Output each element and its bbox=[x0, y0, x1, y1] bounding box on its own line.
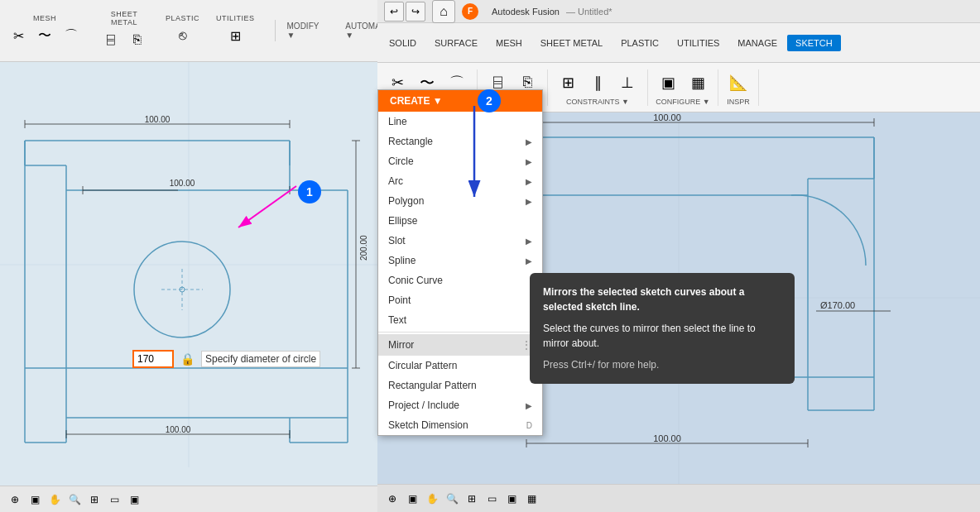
create-dropdown-menu: CREATE ▼ Line Rectangle ▶ Circle ▶ Arc ▶… bbox=[377, 89, 543, 436]
inspect-label: INSPR bbox=[727, 98, 750, 106]
bend-icon[interactable]: ⌸ bbox=[99, 28, 122, 51]
configure-label: CONFIGURE ▼ bbox=[656, 98, 709, 106]
menu-rectangular-pattern[interactable]: Rectangular Pattern bbox=[378, 376, 542, 395]
left-panel: MESH ✂ 〜 ⌒ SHEET METAL ⌸ ⎘ PLASTIC ⎋ UTI… bbox=[0, 0, 377, 512]
tab-solid[interactable]: SOLID bbox=[381, 35, 425, 51]
display-icon[interactable]: ▦ bbox=[523, 490, 540, 507]
utilities-section: UTILITIES ⊞ bbox=[216, 14, 255, 47]
zoom-icon[interactable]: 🔍 bbox=[66, 491, 83, 508]
pan-icon-f[interactable]: ✋ bbox=[424, 490, 440, 507]
menu-circular-pattern[interactable]: Circular Pattern bbox=[378, 356, 542, 376]
tooltip-body: Select the curves to mirror then select … bbox=[543, 321, 781, 351]
fit-icon[interactable]: ⊞ bbox=[86, 491, 103, 508]
fusion-window-title: Autodesk Fusion bbox=[492, 7, 560, 17]
tab-manage[interactable]: MANAGE bbox=[729, 35, 785, 51]
diameter-input[interactable] bbox=[132, 350, 174, 368]
utilities-icon[interactable]: ⊞ bbox=[223, 24, 247, 47]
undo-button[interactable]: ↩ bbox=[384, 2, 404, 22]
svg-text:100.00: 100.00 bbox=[170, 179, 195, 188]
svg-text:200.00: 200.00 bbox=[359, 235, 368, 261]
origin-icon[interactable]: ⊕ bbox=[7, 491, 23, 508]
tab-utilities[interactable]: UTILITIES bbox=[669, 35, 728, 51]
config-icon1[interactable]: ▣ bbox=[655, 69, 681, 96]
mirror-tooltip: Mirrors the selected sketch curves about… bbox=[530, 273, 795, 384]
sheet-metal-label: SHEET METAL bbox=[99, 10, 149, 26]
svg-text:100.00: 100.00 bbox=[145, 115, 171, 124]
inspect-icon[interactable]: 📐 bbox=[725, 69, 752, 96]
wave-icon[interactable]: 〜 bbox=[33, 24, 56, 47]
menu-text[interactable]: Text bbox=[378, 310, 542, 330]
arc-icon[interactable]: ⌒ bbox=[60, 24, 83, 47]
tab-surface[interactable]: SURFACE bbox=[426, 35, 486, 51]
menu-line[interactable]: Line bbox=[378, 112, 542, 132]
plastic-icon[interactable]: ⎋ bbox=[171, 24, 195, 47]
lock-icon: 🔒 bbox=[180, 352, 195, 366]
tab-sheet-metal[interactable]: SHEET METAL bbox=[532, 35, 611, 51]
view-icon[interactable]: ▭ bbox=[106, 491, 122, 508]
automate-button[interactable]: AUTOMATE ▼ bbox=[340, 20, 377, 41]
fit-icon-f[interactable]: ⊞ bbox=[464, 490, 480, 507]
left-cad-canvas: 100.00 200.00 100.00 100.00 🔒 Specify di… bbox=[0, 62, 377, 467]
menu-circle[interactable]: Circle ▶ bbox=[378, 151, 542, 171]
tooltip-title: Mirrors the selected sketch curves about… bbox=[543, 285, 781, 314]
view-icon-f[interactable]: ▭ bbox=[483, 490, 500, 507]
home-button[interactable]: ⌂ bbox=[432, 0, 455, 23]
file-title: — Untitled* bbox=[566, 7, 612, 17]
svg-text:100.00: 100.00 bbox=[653, 433, 681, 443]
tab-sketch[interactable]: SKETCH bbox=[787, 35, 841, 51]
fusion-ribbon: SOLID SURFACE MESH SHEET METAL PLASTIC U… bbox=[377, 23, 980, 63]
constraints-group: ⊞ ∥ ⊥ CONSTRAINTS ▼ bbox=[555, 69, 648, 106]
menu-sketch-dimension[interactable]: Sketch Dimension D bbox=[378, 415, 542, 435]
camera-icon[interactable]: ▣ bbox=[26, 491, 43, 508]
plastic-label: PLASTIC bbox=[166, 14, 199, 22]
origin-icon-f[interactable]: ⊕ bbox=[384, 490, 401, 507]
sheet-metal-section: SHEET METAL ⌸ ⎘ bbox=[99, 10, 149, 51]
create-button[interactable]: CREATE ▼ bbox=[378, 90, 542, 112]
configure-group: ▣ ▦ CONFIGURE ▼ bbox=[655, 69, 718, 106]
grid-icon-f[interactable]: ▣ bbox=[503, 490, 520, 507]
tooltip-hint: Press Ctrl+/ for more help. bbox=[543, 357, 781, 372]
menu-mirror[interactable]: Mirror ⋮ bbox=[378, 334, 542, 356]
constraint-icon3[interactable]: ⊥ bbox=[614, 69, 641, 96]
menu-ellipse[interactable]: Ellipse bbox=[378, 211, 542, 231]
constraint-icon1[interactable]: ⊞ bbox=[555, 69, 581, 96]
plastic-section: PLASTIC ⎋ bbox=[166, 14, 199, 47]
menu-spline[interactable]: Spline ▶ bbox=[378, 251, 542, 270]
grid-icon[interactable]: ▣ bbox=[126, 491, 142, 508]
menu-polygon[interactable]: Polygon ▶ bbox=[378, 191, 542, 211]
menu-conic-curve[interactable]: Conic Curve bbox=[378, 270, 542, 290]
config-icon2[interactable]: ▦ bbox=[685, 69, 711, 96]
mesh-label: MESH bbox=[33, 14, 56, 22]
constraints-label: CONSTRAINTS ▼ bbox=[566, 98, 629, 106]
menu-slot[interactable]: Slot ▶ bbox=[378, 231, 542, 251]
zoom-icon-f[interactable]: 🔍 bbox=[444, 490, 460, 507]
scissors-icon[interactable]: ✂ bbox=[7, 24, 30, 47]
constraint-icon2[interactable]: ∥ bbox=[584, 69, 611, 96]
svg-text:Ø170.00: Ø170.00 bbox=[820, 300, 855, 310]
menu-rectangle[interactable]: Rectangle ▶ bbox=[378, 132, 542, 151]
menu-point[interactable]: Point bbox=[378, 290, 542, 310]
annotation-2: 2 bbox=[478, 89, 501, 112]
svg-text:100.00: 100.00 bbox=[166, 425, 191, 434]
tab-mesh[interactable]: MESH bbox=[488, 35, 531, 51]
fusion-topbar: ↩ ↪ ⌂ F Autodesk Fusion — Untitled* bbox=[377, 0, 980, 23]
specify-diameter-text: Specify diameter of circle bbox=[201, 351, 320, 367]
inspect-group: 📐 INSPR bbox=[725, 69, 759, 106]
menu-arc[interactable]: Arc ▶ bbox=[378, 171, 542, 191]
redo-button[interactable]: ↪ bbox=[406, 2, 425, 22]
unfold-icon[interactable]: ⎘ bbox=[126, 28, 149, 51]
menu-project-include[interactable]: Project / Include ▶ bbox=[378, 395, 542, 415]
diameter-input-area: 🔒 Specify diameter of circle bbox=[132, 350, 320, 368]
svg-text:100.00: 100.00 bbox=[653, 112, 681, 122]
annotation-1: 1 bbox=[298, 180, 321, 203]
mesh-section: MESH ✂ 〜 ⌒ bbox=[7, 14, 83, 47]
fusion-logo: F bbox=[462, 3, 478, 20]
utilities-label: UTILITIES bbox=[216, 14, 255, 22]
left-toolbar: MESH ✂ 〜 ⌒ SHEET METAL ⌸ ⎘ PLASTIC ⎋ UTI… bbox=[0, 0, 377, 62]
fusion-bottom-toolbar: ⊕ ▣ ✋ 🔍 ⊞ ▭ ▣ ▦ bbox=[377, 484, 980, 512]
pan-icon[interactable]: ✋ bbox=[46, 491, 63, 508]
camera-icon-f[interactable]: ▣ bbox=[404, 490, 420, 507]
left-bottom-toolbar: ⊕ ▣ ✋ 🔍 ⊞ ▭ ▣ bbox=[0, 486, 377, 512]
tab-plastic[interactable]: PLASTIC bbox=[612, 35, 667, 51]
modify-button[interactable]: MODIFY ▼ bbox=[282, 20, 324, 41]
